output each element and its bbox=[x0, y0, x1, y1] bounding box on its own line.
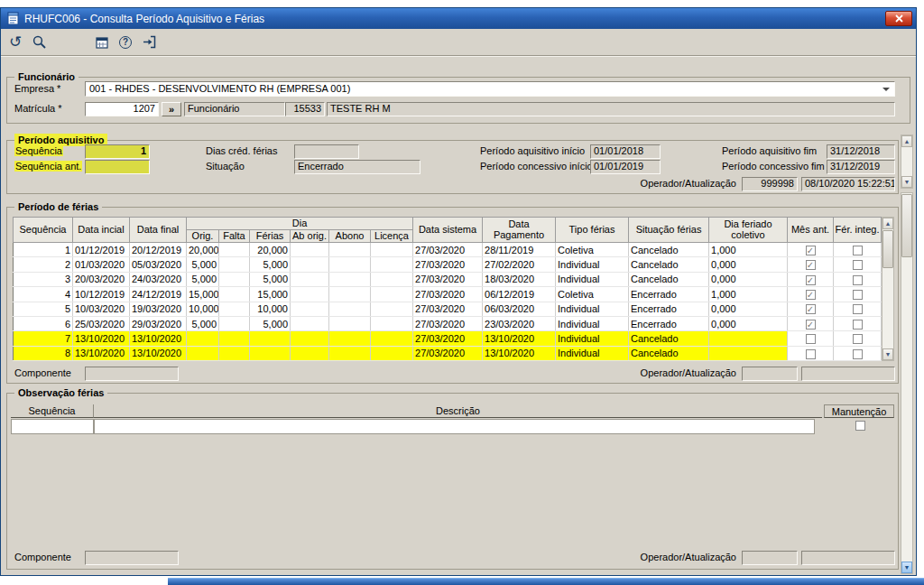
ferias-cell[interactable] bbox=[250, 331, 291, 346]
dia_feriado_coletivo-cell[interactable]: 0,000 bbox=[709, 272, 788, 286]
mes-ant-checkbox[interactable]: ✓ bbox=[806, 290, 816, 300]
tipo_ferias-cell[interactable]: Individual bbox=[556, 272, 629, 286]
orig-cell[interactable]: 5,000 bbox=[187, 272, 219, 286]
data_sistema-cell[interactable]: 27/03/2020 bbox=[413, 243, 483, 257]
col-falta[interactable]: Falta bbox=[219, 230, 250, 243]
licenca-cell[interactable] bbox=[371, 257, 413, 272]
table-row[interactable]: 320/03/202024/03/20205,0005,00027/03/202… bbox=[14, 272, 882, 286]
ferias-cell[interactable] bbox=[250, 346, 291, 360]
orig-cell[interactable] bbox=[187, 346, 219, 360]
mes-ant-checkbox[interactable]: ✓ bbox=[806, 260, 816, 270]
dia_feriado_coletivo-cell[interactable]: 0,000 bbox=[709, 316, 788, 330]
col-dia-group[interactable]: Dia bbox=[187, 218, 413, 230]
orig-cell[interactable]: 15,000 bbox=[187, 287, 219, 302]
obs-descricao-cell[interactable] bbox=[94, 419, 815, 434]
data_inicial-cell[interactable]: 10/12/2019 bbox=[73, 287, 130, 302]
fer-integ-checkbox[interactable] bbox=[853, 290, 863, 300]
tipo_ferias-cell[interactable]: Coletiva bbox=[556, 287, 629, 302]
scroll-track[interactable] bbox=[882, 229, 893, 348]
tipo_ferias-cell[interactable]: Individual bbox=[556, 331, 629, 346]
col-fer-integ[interactable]: Fér. integ. bbox=[834, 218, 882, 243]
orig-cell[interactable] bbox=[187, 331, 219, 346]
data_pagamento-cell[interactable]: 06/12/2019 bbox=[483, 287, 556, 302]
col-data-sistema[interactable]: Data sistema bbox=[413, 218, 483, 243]
data_inicial-cell[interactable]: 13/10/2020 bbox=[73, 346, 130, 360]
falta-cell[interactable] bbox=[219, 243, 250, 257]
fer-integ-checkbox[interactable] bbox=[853, 304, 863, 314]
falta-cell[interactable] bbox=[219, 346, 250, 360]
mes-ant-checkbox[interactable] bbox=[806, 349, 816, 359]
dia_feriado_coletivo-cell[interactable]: 1,000 bbox=[709, 243, 788, 257]
data_inicial-cell[interactable]: 25/03/2020 bbox=[73, 316, 130, 330]
mes-ant-checkbox[interactable]: ✓ bbox=[806, 320, 816, 330]
table-row[interactable]: 510/03/202019/03/202010,00010,00027/03/2… bbox=[14, 302, 882, 316]
data_sistema-cell[interactable]: 27/03/2020 bbox=[413, 316, 483, 330]
col-mes-ant[interactable]: Mês ant. bbox=[788, 218, 834, 243]
licenca-cell[interactable] bbox=[371, 302, 413, 316]
col-dia-feriado-coletivo[interactable]: Dia feriado coletivo bbox=[709, 218, 788, 243]
sequencia-cell[interactable]: 3 bbox=[14, 272, 73, 286]
ab_orig-cell[interactable] bbox=[291, 272, 329, 286]
sequencia-cell[interactable]: 7 bbox=[14, 331, 73, 346]
close-button[interactable] bbox=[885, 11, 912, 26]
obs-sequencia-cell[interactable] bbox=[11, 419, 94, 434]
table-row[interactable]: 201/03/202005/03/20205,0005,00027/03/202… bbox=[14, 257, 882, 272]
situacao_ferias-cell[interactable]: Cancelado bbox=[629, 331, 709, 346]
col-licenca[interactable]: Licença bbox=[371, 230, 413, 243]
table-row[interactable]: 713/10/202013/10/202027/03/202013/10/202… bbox=[14, 331, 882, 346]
aquisitivo-scrollbar[interactable]: ▲ ▼ bbox=[901, 135, 913, 189]
data_sistema-cell[interactable]: 27/03/2020 bbox=[413, 257, 483, 272]
col-situacao-ferias[interactable]: Situação férias bbox=[629, 218, 709, 243]
abono-cell[interactable] bbox=[329, 302, 371, 316]
data_final-cell[interactable]: 05/03/2020 bbox=[130, 257, 187, 272]
orig-cell[interactable]: 20,000 bbox=[187, 243, 219, 257]
data_sistema-cell[interactable]: 27/03/2020 bbox=[413, 331, 483, 346]
data_pagamento-cell[interactable]: 28/11/2019 bbox=[483, 243, 556, 257]
falta-cell[interactable] bbox=[219, 287, 250, 302]
licenca-cell[interactable] bbox=[371, 331, 413, 346]
table-row[interactable]: 625/03/202029/03/20205,0005,00027/03/202… bbox=[14, 316, 882, 330]
data_final-cell[interactable]: 20/12/2019 bbox=[130, 243, 187, 257]
situacao_ferias-cell[interactable]: Cancelado bbox=[629, 257, 709, 272]
scroll-up-button[interactable]: ▲ bbox=[882, 218, 893, 229]
ferias-table-scrollbar[interactable]: ▲ ▼ bbox=[882, 217, 894, 361]
scroll-track[interactable] bbox=[901, 193, 912, 562]
fer-integ-checkbox[interactable] bbox=[853, 260, 863, 270]
situacao_ferias-cell[interactable]: Encerrado bbox=[629, 316, 709, 330]
ab_orig-cell[interactable] bbox=[291, 316, 329, 330]
falta-cell[interactable] bbox=[219, 331, 250, 346]
table-row[interactable]: 410/12/201924/12/201915,00015,00027/03/2… bbox=[14, 287, 882, 302]
data_inicial-cell[interactable]: 10/03/2020 bbox=[73, 302, 130, 316]
ab_orig-cell[interactable] bbox=[291, 243, 329, 257]
fer-integ-checkbox[interactable] bbox=[853, 246, 863, 255]
falta-cell[interactable] bbox=[219, 257, 250, 272]
falta-cell[interactable] bbox=[219, 272, 250, 286]
abono-cell[interactable] bbox=[329, 316, 371, 330]
abono-cell[interactable] bbox=[329, 346, 371, 360]
search-button[interactable] bbox=[28, 32, 50, 53]
help-button[interactable]: ? bbox=[115, 32, 136, 53]
ferias-cell[interactable]: 20,000 bbox=[250, 243, 291, 257]
ferias-cell[interactable]: 5,000 bbox=[250, 272, 291, 286]
tipo_ferias-cell[interactable]: Coletiva bbox=[556, 243, 629, 257]
table-row[interactable]: 101/12/201920/12/201920,00020,00027/03/2… bbox=[14, 243, 882, 257]
dia_feriado_coletivo-cell[interactable]: 0,000 bbox=[709, 257, 788, 272]
manutencao-checkbox[interactable] bbox=[855, 421, 865, 431]
scroll-thumb[interactable] bbox=[901, 194, 912, 257]
ferias-cell[interactable]: 5,000 bbox=[250, 316, 291, 330]
falta-cell[interactable] bbox=[219, 302, 250, 316]
data_sistema-cell[interactable]: 27/03/2020 bbox=[413, 272, 483, 286]
ab_orig-cell[interactable] bbox=[291, 346, 329, 360]
sequencia-cell[interactable]: 5 bbox=[14, 302, 73, 316]
orig-cell[interactable]: 5,000 bbox=[187, 316, 219, 330]
ab_orig-cell[interactable] bbox=[291, 257, 329, 272]
scroll-track[interactable] bbox=[901, 147, 912, 176]
dia_feriado_coletivo-cell[interactable] bbox=[709, 331, 788, 346]
data_final-cell[interactable]: 19/03/2020 bbox=[130, 302, 187, 316]
licenca-cell[interactable] bbox=[371, 346, 413, 360]
col-abono[interactable]: Abono bbox=[329, 230, 371, 243]
dia_feriado_coletivo-cell[interactable]: 0,000 bbox=[709, 302, 788, 316]
col-data-final[interactable]: Data final bbox=[130, 218, 187, 243]
sequencia-cell[interactable]: 2 bbox=[14, 257, 73, 272]
col-data-pagamento[interactable]: Data Pagamento bbox=[483, 218, 556, 243]
